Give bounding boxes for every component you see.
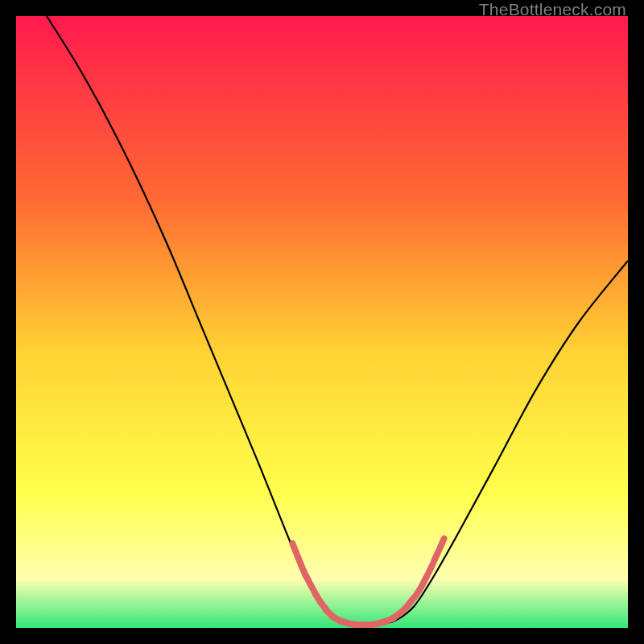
- gradient-background: [16, 16, 628, 628]
- marker-dash: [440, 539, 444, 548]
- marker-dash: [428, 564, 433, 573]
- chart-frame: [16, 16, 628, 628]
- marker-dash: [423, 576, 427, 585]
- marker-dash: [434, 551, 438, 560]
- bottleneck-chart: [16, 16, 628, 628]
- marker-dash: [292, 543, 296, 553]
